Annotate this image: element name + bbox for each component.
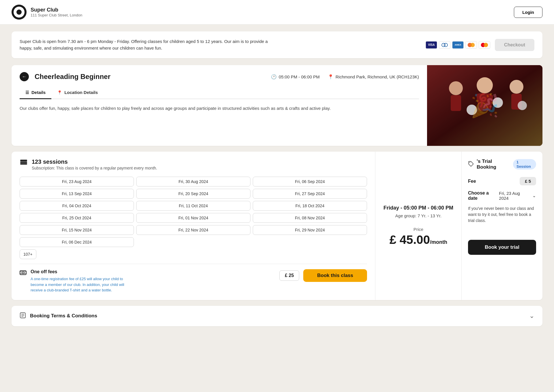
one-off-actions: £ 25 Book this class xyxy=(279,269,367,282)
terms-icon xyxy=(20,312,26,320)
sessions-info: 123 sessions Subscription: This class is… xyxy=(32,159,157,170)
one-off-fees-section: One off fees A one-time registration fee… xyxy=(20,264,367,293)
session-date-chip[interactable]: Fri, 15 Nov 2024 xyxy=(20,225,134,235)
info-banner: Super Club is open from 7.30 am - 6 pm M… xyxy=(12,31,542,58)
svg-rect-23 xyxy=(20,161,27,163)
trial-description: If you've never been to our class and wa… xyxy=(468,206,536,224)
price-period: /month xyxy=(430,239,447,245)
sessions-wrapper: 123 sessions Subscription: This class is… xyxy=(12,152,542,300)
logo xyxy=(12,5,27,20)
tag-icon xyxy=(468,161,474,168)
sessions-col-mid: Friday - 05:00 PM - 06:00 PM Age group: … xyxy=(375,152,462,300)
session-date-chip[interactable]: Fri, 27 Sep 2024 xyxy=(253,189,367,199)
trial-date-value[interactable]: Fri, 23 Aug 2024 ⌄ xyxy=(499,191,536,201)
one-off-amount: £ 25 xyxy=(279,270,299,281)
session-date-chip[interactable]: Fri, 06 Dec 2024 xyxy=(20,237,134,247)
session-date-chip[interactable]: Fri, 25 Oct 2024 xyxy=(20,213,134,223)
svg-rect-25 xyxy=(20,271,26,275)
sessions-stack-icon xyxy=(20,159,28,168)
tab-location-details[interactable]: 📍 Location Details xyxy=(51,87,104,99)
svg-rect-11 xyxy=(478,93,491,111)
class-card: ← Cheerleading Beginner 🕐 05:00 PM - 06:… xyxy=(12,65,542,146)
trial-fee-row: Fee £ 5 xyxy=(468,177,536,185)
chevron-down-icon: ⌄ xyxy=(532,193,536,198)
price-amount: £ 45.00 xyxy=(390,233,430,246)
checkout-button[interactable]: Checkout xyxy=(495,39,534,51)
banner-right: VISA AMEX xyxy=(426,39,534,51)
svg-rect-21 xyxy=(427,65,542,146)
class-time: 🕐 05:00 PM - 06:00 PM xyxy=(271,74,320,80)
clock-icon: 🕐 xyxy=(271,74,277,80)
class-description: Our clubs offer fun, happy, safe places … xyxy=(20,105,419,112)
price-label: Price xyxy=(413,227,423,232)
svg-point-29 xyxy=(469,162,470,163)
sessions-col-left: 123 sessions Subscription: This class is… xyxy=(12,152,375,300)
svg-rect-13 xyxy=(485,94,493,111)
class-image xyxy=(427,65,542,146)
class-header: ← Cheerleading Beginner 🕐 05:00 PM - 06:… xyxy=(20,72,419,81)
location-icon: 📍 xyxy=(328,74,334,80)
trial-fee-amount: £ 5 xyxy=(520,177,536,185)
mastercard-icon xyxy=(479,41,490,49)
class-location: 📍 Richmond Park, Richmond, UK (RCH123K) xyxy=(328,74,419,80)
svg-rect-22 xyxy=(20,163,27,165)
trial-fee-label: Fee xyxy=(468,179,476,184)
club-name: Super Club xyxy=(31,7,82,13)
back-button[interactable]: ← xyxy=(20,72,29,81)
banner-text: Super Club is open from 7.30 am - 6 pm M… xyxy=(20,38,279,51)
one-off-description: A one-time registration fee of £25 will … xyxy=(31,276,129,293)
class-title: Cheerleading Beginner xyxy=(35,73,111,81)
tab-details[interactable]: ☰ Details xyxy=(20,87,51,99)
price-display: £ 45.00/month xyxy=(390,233,447,247)
sessions-subscription: Subscription: This class is covered by a… xyxy=(32,166,157,170)
trial-title: 's Trial Booking xyxy=(477,159,510,170)
logo-inner xyxy=(14,7,25,18)
back-arrow-icon: ← xyxy=(22,74,27,79)
visa-card-icon: VISA xyxy=(426,41,437,49)
sessions-date-grid: Fri, 23 Aug 2024Fri, 30 Aug 2024Fri, 06 … xyxy=(20,177,367,247)
header: Super Club 111 Super Club Street, London… xyxy=(0,0,554,24)
session-date-chip[interactable]: Fri, 04 Oct 2024 xyxy=(20,201,134,211)
book-trial-button[interactable]: Book your trial xyxy=(468,240,536,255)
terms-section[interactable]: Booking Terms & Conditions ⌄ xyxy=(12,306,542,326)
session-date-chip[interactable]: Fri, 20 Sep 2024 xyxy=(136,189,250,199)
more-sessions-chip[interactable]: 107+ xyxy=(20,249,36,259)
terms-left: Booking Terms & Conditions xyxy=(20,312,97,320)
one-off-content: One off fees A one-time registration fee… xyxy=(31,269,275,293)
session-date-chip[interactable]: Fri, 01 Nov 2024 xyxy=(136,213,250,223)
class-card-left: ← Cheerleading Beginner 🕐 05:00 PM - 06:… xyxy=(12,65,427,146)
session-age-group: Age group: 7 Yr. - 13 Yr. xyxy=(395,213,441,218)
svg-rect-12 xyxy=(476,93,484,110)
session-date-chip[interactable]: Fri, 08 Nov 2024 xyxy=(253,213,367,223)
terms-chevron-icon: ⌄ xyxy=(529,312,534,320)
class-image-svg xyxy=(427,65,542,146)
session-day-time: Friday - 05:00 PM - 06:00 PM xyxy=(383,205,453,211)
session-date-chip[interactable]: Fri, 30 Aug 2024 xyxy=(136,177,250,186)
session-date-chip[interactable]: Fri, 29 Nov 2024 xyxy=(253,225,367,235)
session-date-chip[interactable]: Fri, 23 Aug 2024 xyxy=(20,177,134,186)
trial-chosen-date: Fri, 23 Aug 2024 xyxy=(499,191,530,201)
one-off-title: One off fees xyxy=(31,269,275,274)
maestro-card-icon xyxy=(465,41,477,49)
session-date-chip[interactable]: Fri, 22 Nov 2024 xyxy=(136,225,250,235)
svg-rect-24 xyxy=(20,160,27,161)
session-date-chip[interactable]: Fri, 06 Sep 2024 xyxy=(253,177,367,186)
club-info: Super Club 111 Super Club Street, London xyxy=(31,7,82,18)
diners-card-icon xyxy=(439,41,450,49)
terms-title: Booking Terms & Conditions xyxy=(30,313,97,319)
session-date-chip[interactable]: Fri, 11 Oct 2024 xyxy=(136,201,250,211)
details-tab-icon: ☰ xyxy=(25,90,29,95)
session-date-chip[interactable]: Fri, 13 Sep 2024 xyxy=(20,189,134,199)
login-button[interactable]: Login xyxy=(514,7,542,18)
payment-card-icons: VISA AMEX xyxy=(426,41,490,49)
sessions-header: 123 sessions Subscription: This class is… xyxy=(20,159,367,170)
svg-point-1 xyxy=(444,43,448,47)
amex-card-icon: AMEX xyxy=(452,41,464,49)
location-tab-icon: 📍 xyxy=(57,90,62,95)
trial-choose-date-label: Choose a date xyxy=(468,191,499,201)
trial-booking-section: 's Trial Booking 1 Session Fee £ 5 Choos… xyxy=(462,152,542,300)
class-tabs: ☰ Details 📍 Location Details xyxy=(20,87,419,99)
session-date-chip[interactable]: Fri, 18 Oct 2024 xyxy=(253,201,367,211)
fees-icon xyxy=(20,270,27,277)
book-class-button[interactable]: Book this class xyxy=(303,269,367,282)
